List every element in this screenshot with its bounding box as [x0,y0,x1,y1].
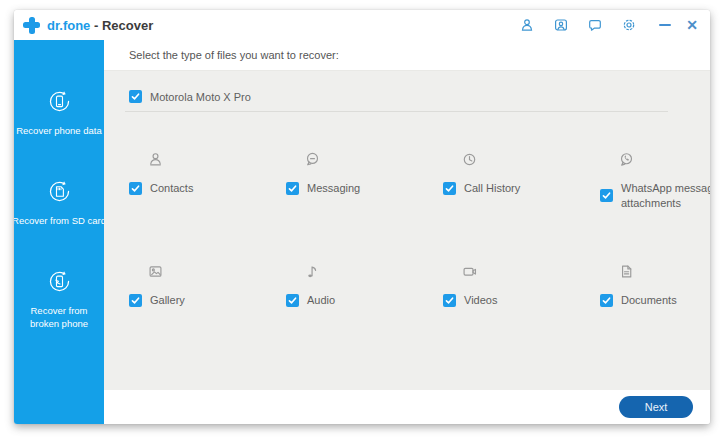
contacts-checkbox[interactable] [129,182,142,195]
checkbox-row[interactable]: Messaging [286,181,443,196]
checkbox-row[interactable]: Call History [443,181,600,196]
file-type-contacts: Contacts [129,151,286,211]
recover-broken-phone-icon [44,266,75,297]
file-type-row-1: Contacts Messaging [129,151,710,211]
bottom-bar: Next [104,390,710,424]
device-name-label: Motorola Moto X Pro [150,91,251,103]
checkbox-row[interactable]: Gallery [129,293,286,308]
file-type-documents: Documents [600,263,710,308]
minimize-icon[interactable] [659,24,671,26]
account-box-icon[interactable] [553,17,569,33]
checkbox-row[interactable]: Audio [286,293,443,308]
page-title: Select the type of files you want to rec… [129,49,339,61]
window-title-suffix: - Recover [90,18,153,33]
brand-name: dr.fone [47,18,90,33]
file-type-label: Documents [621,293,677,308]
video-camera-icon [461,263,478,280]
checkbox-row[interactable]: Documents [600,293,710,308]
whatsapp-checkbox[interactable] [600,189,613,202]
image-icon [147,263,164,280]
recover-phone-icon [44,86,75,117]
window-controls: ✕ [659,18,698,32]
file-type-label: Videos [464,293,497,308]
file-type-label: Audio [307,293,335,308]
messaging-checkbox[interactable] [286,182,299,195]
audio-checkbox[interactable] [286,294,299,307]
sidebar-item-label: Recover from SD card [14,215,109,228]
file-type-audio: Audio [286,263,443,308]
file-type-label: Messaging [307,181,360,196]
device-row[interactable]: Motorola Moto X Pro [129,90,710,103]
file-type-label: Gallery [150,293,185,308]
clock-icon [461,151,478,168]
checkbox-row[interactable]: WhatsApp messages & attachments [600,181,710,211]
whatsapp-icon [618,151,635,168]
device-checkbox[interactable] [129,90,142,103]
sidebar-item-label: Recover from broken phone [14,305,104,331]
file-type-label: Contacts [150,181,193,196]
recover-sd-card-icon [44,176,75,207]
window-title: dr.fone - Recover [47,18,153,33]
divider [125,111,668,112]
close-icon[interactable]: ✕ [686,18,698,32]
file-type-label: Call History [464,181,520,196]
music-note-icon [304,263,321,280]
main-panel: Select the type of files you want to rec… [104,40,710,424]
file-type-label: WhatsApp messages & attachments [621,181,710,211]
chat-bubble-icon[interactable] [587,17,603,33]
checkbox-row[interactable]: Videos [443,293,600,308]
file-type-whatsapp: WhatsApp messages & attachments [600,151,710,211]
app-window: dr.fone - Recover [14,10,710,424]
sidebar-item-recover-phone-data[interactable]: Recover phone data [14,86,104,176]
contact-icon [147,151,164,168]
sidebar-item-recover-from-broken-phone[interactable]: Recover from broken phone [14,266,104,356]
titlebar: dr.fone - Recover [14,10,710,40]
checkbox-row[interactable]: Contacts [129,181,286,196]
drfone-logo-icon [23,17,40,34]
sidebar-item-label: Recover phone data [14,125,105,138]
gear-icon[interactable] [621,17,637,33]
file-type-gallery: Gallery [129,263,286,308]
titlebar-icons [519,17,637,33]
sidebar: Recover phone data Recover from SD card [14,40,104,424]
user-icon[interactable] [519,17,535,33]
file-type-call-history: Call History [443,151,600,211]
file-type-messaging: Messaging [286,151,443,211]
message-bubble-icon [304,151,321,168]
sidebar-item-recover-from-sd-card[interactable]: Recover from SD card [14,176,104,266]
document-icon [618,263,635,280]
gallery-checkbox[interactable] [129,294,142,307]
documents-checkbox[interactable] [600,294,613,307]
call-history-checkbox[interactable] [443,182,456,195]
next-button[interactable]: Next [619,396,693,418]
content-header: Select the type of files you want to rec… [104,40,710,71]
videos-checkbox[interactable] [443,294,456,307]
file-type-row-2: Gallery Audio [129,263,710,308]
file-type-videos: Videos [443,263,600,308]
